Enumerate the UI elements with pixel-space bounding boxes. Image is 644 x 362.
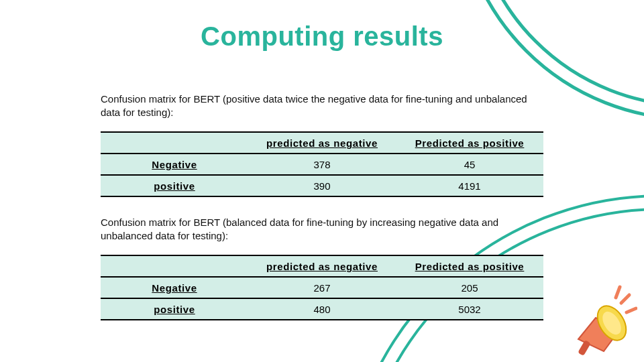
svg-rect-5 (578, 340, 591, 356)
cell: 267 (248, 277, 396, 298)
table2-caption: Confusion matrix for BERT (balanced data… (101, 216, 543, 243)
svg-line-4 (616, 287, 620, 298)
cell: 480 (248, 298, 396, 320)
row-label: Negative (101, 154, 248, 175)
table-row: Negative 267 205 (101, 277, 543, 298)
megaphone-icon (557, 278, 637, 358)
row-label: positive (101, 175, 248, 196)
table-header-blank (101, 255, 248, 277)
table-header: Predicted as positive (396, 255, 543, 277)
row-label: positive (101, 298, 248, 320)
slide: Computing results Confusion matrix for B… (0, 0, 644, 362)
svg-line-2 (621, 295, 629, 303)
cell: 4191 (396, 175, 543, 196)
table-header-blank (101, 132, 248, 154)
confusion-matrix-1: predicted as negative Predicted as posit… (101, 131, 543, 197)
page-title: Computing results (0, 21, 644, 52)
cell: 5032 (396, 298, 543, 320)
cell: 205 (396, 277, 543, 298)
table-header: Predicted as positive (396, 132, 543, 154)
cell: 390 (248, 175, 396, 196)
cell: 45 (396, 154, 543, 175)
table-row: positive 480 5032 (101, 298, 543, 320)
table-header: predicted as negative (248, 132, 396, 154)
table-row: Negative 378 45 (101, 154, 543, 175)
table-header: predicted as negative (248, 255, 396, 277)
confusion-matrix-2: predicted as negative Predicted as posit… (101, 255, 543, 320)
svg-line-3 (627, 308, 636, 312)
cell: 378 (248, 154, 396, 175)
table-row: positive 390 4191 (101, 175, 543, 196)
row-label: Negative (101, 277, 248, 298)
table1-caption: Confusion matrix for BERT (positive data… (101, 93, 543, 120)
